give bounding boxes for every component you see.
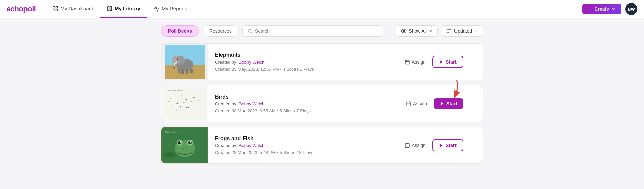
card-birds-start-button[interactable]: Start [434,98,463,109]
birds-image: A flock of birds. [163,87,207,120]
card-birds-wrapper: A flock of birds. [161,85,483,122]
toolbar: Poll Decks Resources Show All Updated [161,25,483,37]
card-frogs-body: Frogs and Fish Created by Bobby Welch Cr… [208,130,401,160]
svg-rect-17 [186,69,188,74]
nav-dashboard[interactable]: My Dashboard [46,0,100,18]
toolbar-right: Show All Updated [396,25,483,37]
updated-chevron-icon [474,29,478,33]
card-elephants-start-button[interactable]: Start [432,56,463,68]
svg-point-40 [180,141,181,143]
search-box [242,25,383,37]
logo-poll: poll [23,5,36,13]
search-input[interactable] [255,28,378,34]
card-elephants-creator-name: Bobby Welch [239,60,264,65]
card-frogs-creator: Created by Bobby Welch [215,143,394,148]
tab-resources[interactable]: Resources [202,25,239,37]
navigation: echopoll My Dashboard My Library My Repo… [0,0,644,18]
nav-dashboard-label: My Dashboard [60,6,93,11]
card-frogs-thumb: This is a frog. [161,127,208,164]
svg-rect-18 [178,69,180,73]
svg-line-5 [251,32,252,33]
create-label: Create [594,6,609,12]
card-frogs-assign-label: Assign [412,143,426,148]
card-birds: A flock of birds. [161,85,483,122]
svg-rect-0 [53,6,55,8]
avatar[interactable]: BW [625,3,637,15]
logo: echopoll [7,5,36,13]
play-icon-frogs [439,143,444,148]
nav-right: Create BW [582,3,637,15]
card-birds-assign-label: Assign [413,101,427,106]
show-all-button[interactable]: Show All [396,25,438,37]
nav-reports[interactable]: My Reports [147,0,194,18]
card-elephants-actions: Assign Start ⋮ [401,56,483,68]
card-birds-start-label: Start [446,101,457,106]
card-birds-body: Birds Created by Bobby Welch Created 30 … [208,88,402,119]
svg-marker-24 [440,60,443,64]
card-elephants: Elephants Created by Bobby Welch Created… [161,43,483,80]
play-icon [439,60,444,64]
card-birds-title: Birds [215,94,396,100]
svg-text:This is a frog.: This is a frog. [165,131,179,134]
library-icon [107,6,113,12]
svg-point-38 [178,141,181,144]
card-frogs-more-button[interactable]: ⋮ [467,140,477,151]
card-birds-more-button[interactable]: ⋮ [467,98,477,109]
svg-rect-20 [405,60,409,64]
card-frogs: This is a frog. Frogs and Fish [161,127,483,164]
svg-text:A flock of birds.: A flock of birds. [166,89,184,92]
create-button[interactable]: Create [582,4,621,14]
calendar-icon-frogs [405,143,410,148]
nav-items: My Dashboard My Library My Reports [46,0,194,18]
card-elephants-assign-label: Assign [412,59,426,65]
card-birds-thumb: A flock of birds. [161,85,208,122]
updated-button[interactable]: Updated [442,25,483,37]
card-elephants-more-button[interactable]: ⋮ [467,56,477,67]
svg-point-39 [188,141,192,144]
svg-point-6 [403,30,405,32]
sort-icon [447,28,452,34]
nav-reports-label: My Reports [162,6,187,11]
card-frogs-creator-name: Bobby Welch [239,143,264,148]
card-elephants-assign-button[interactable]: Assign [401,57,429,67]
card-birds-assign-button[interactable]: Assign [402,99,430,108]
card-elephants-body: Elephants Created by Bobby Welch Created… [208,47,401,77]
card-elephants-creator: Created by Bobby Welch [215,60,394,65]
svg-rect-16 [181,69,184,74]
card-frogs-assign-button[interactable]: Assign [401,141,429,150]
svg-point-43 [186,148,187,149]
main-content: Poll Decks Resources Show All Updated [154,18,490,175]
card-frogs-start-label: Start [446,143,457,148]
svg-rect-19 [190,69,193,73]
card-frogs-meta: Created 28 Mar. 2023, 5:48 PM • 5 Slides… [215,150,394,155]
card-frogs-start-button[interactable]: Start [432,139,463,151]
tab-poll-decks[interactable]: Poll Decks [161,25,199,37]
card-birds-actions: Assign Start ⋮ [402,98,483,109]
svg-point-15 [177,58,178,60]
card-elephants-start-label: Start [446,59,457,65]
dashboard-icon [52,6,58,12]
chevron-down-icon [611,7,616,11]
nav-library[interactable]: My Library [100,0,147,18]
eye-icon [401,28,407,34]
logo-echo: echo [7,5,23,13]
svg-marker-32 [441,102,443,106]
card-birds-creator-name: Bobby Welch [239,101,264,106]
card-frogs-title: Frogs and Fish [215,136,394,142]
play-icon-birds [440,101,444,106]
search-icon [247,28,252,34]
show-all-label: Show All [409,28,427,34]
card-elephants-meta: Created 25 May. 2023, 12:55 PM • 4 Slide… [215,67,394,72]
calendar-icon-birds [406,101,411,106]
elephant-image [165,45,205,79]
svg-rect-1 [56,6,58,8]
card-birds-creator: Created by Bobby Welch [215,101,396,106]
svg-point-42 [182,148,184,149]
calendar-icon [405,59,410,65]
svg-marker-48 [440,144,443,147]
card-frogs-actions: Assign Start ⋮ [401,139,483,151]
show-all-chevron-icon [429,29,433,33]
card-elephants-title: Elephants [215,52,394,58]
card-birds-meta: Created 30 Mar. 2023, 6:55 AM • 5 Slides… [215,108,396,113]
svg-rect-2 [53,9,55,11]
